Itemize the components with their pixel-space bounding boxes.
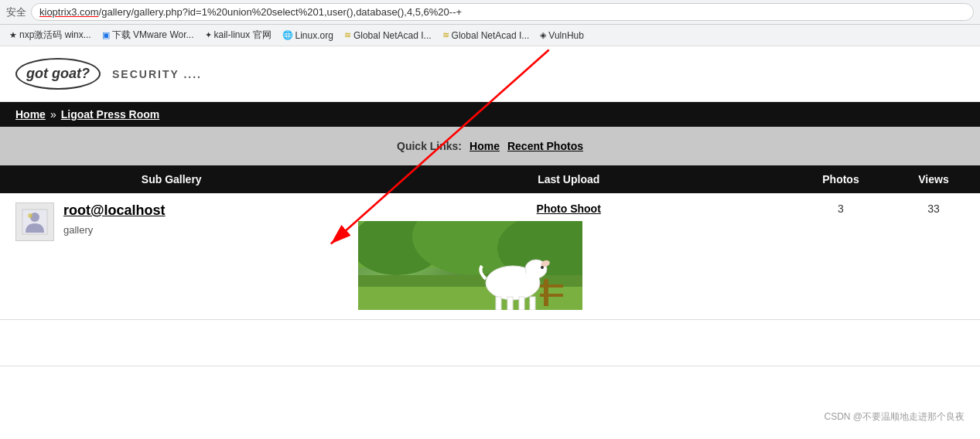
bookmark-label-linux: Linux.org <box>295 30 333 41</box>
photo-preview <box>358 221 582 310</box>
svg-point-19 <box>541 266 544 269</box>
site-header: got goat? SECURITY .... <box>0 46 980 102</box>
table-row: root@localhost gallery Photo Shoot <box>0 193 980 320</box>
nav-section-link[interactable]: Ligoat Press Room <box>61 108 160 121</box>
svg-rect-14 <box>496 297 501 310</box>
bookmark-vmware[interactable]: ▣ 下载 VMware Wor... <box>97 27 199 43</box>
last-upload-cell: Photo Shoot <box>343 193 794 320</box>
gallery-row-continuation <box>0 320 980 366</box>
photo-preview-svg <box>358 221 582 310</box>
bookmarks-bar: ★ nxp激活码 winx... ▣ 下载 VMware Wor... ✦ ka… <box>0 25 980 46</box>
nav-home-link[interactable]: Home <box>15 108 46 121</box>
quick-link-home[interactable]: Home <box>470 140 500 152</box>
bookmark-label-netacad2: Global NetAcad I... <box>452 30 530 41</box>
svg-rect-16 <box>519 297 524 310</box>
col-header-views: Views <box>887 165 980 193</box>
nav-bar: Home » Ligoat Press Room <box>0 102 980 127</box>
gallery-info: root@localhost gallery <box>63 202 166 236</box>
url-input[interactable]: kioptrix3.com/gallery/gallery.php?id=1%2… <box>31 3 974 21</box>
nav-separator: » <box>50 108 56 121</box>
site-tagline: SECURITY .... <box>112 68 202 80</box>
logo-area: got goat? SECURITY .... <box>15 58 202 90</box>
bookmark-label-kali: kail-linux 官网 <box>214 29 271 42</box>
svg-rect-17 <box>530 297 535 310</box>
quick-links-bar: Quick Links: Home Recent Photos <box>0 127 980 165</box>
bookmark-label-winx: nxp激活码 winx... <box>19 29 91 42</box>
bookmark-vulnhub[interactable]: ◈ VulnHub <box>535 29 589 43</box>
bookmark-winx[interactable]: ★ nxp激活码 winx... <box>5 27 96 43</box>
bookmark-netacad2[interactable]: ≋ Global NetAcad I... <box>438 29 534 43</box>
gallery-description: gallery <box>63 224 93 236</box>
bookmark-icon-winx: ★ <box>9 30 17 40</box>
security-label: 安全 <box>6 5 26 19</box>
bookmark-icon-netacad2: ≋ <box>442 30 449 40</box>
url-path: /gallery/gallery.php?id=1%20union%20sele… <box>99 6 463 18</box>
quick-links-label: Quick Links: <box>397 140 462 152</box>
page-wrapper: got goat? SECURITY .... Home » Ligoat Pr… <box>0 46 980 366</box>
bookmark-label-vulnhub: VulnHub <box>548 30 584 41</box>
svg-rect-22 <box>540 294 563 297</box>
photos-count-cell: 3 <box>794 193 887 320</box>
svg-rect-15 <box>507 297 513 310</box>
browser-url-bar: 安全 kioptrix3.com/gallery/gallery.php?id=… <box>0 0 980 25</box>
bookmark-icon-vmware: ▣ <box>102 30 110 40</box>
bookmark-netacad1[interactable]: ≋ Global NetAcad I... <box>340 29 436 43</box>
svg-rect-21 <box>540 284 563 288</box>
person-icon <box>21 208 49 236</box>
quick-link-recent-photos[interactable]: Recent Photos <box>507 140 583 152</box>
bookmark-label-netacad1: Global NetAcad I... <box>353 30 432 41</box>
url-domain: kioptrix3.com <box>39 6 99 18</box>
bookmark-icon-kali: ✦ <box>205 30 212 40</box>
col-header-photos: Photos <box>794 165 887 193</box>
url-text: kioptrix3.com/gallery/gallery.php?id=1%2… <box>39 6 462 18</box>
gallery-table-header: Sub Gallery Last Upload Photos Views <box>0 165 980 193</box>
col-header-last-upload: Last Upload <box>343 165 794 193</box>
svg-point-4 <box>28 213 32 218</box>
photo-shoot-link[interactable]: Photo Shoot <box>358 202 779 215</box>
bookmark-kali[interactable]: ✦ kail-linux 官网 <box>200 27 276 43</box>
svg-rect-13 <box>527 269 539 284</box>
views-count-cell: 33 <box>887 193 980 320</box>
bookmark-icon-linux: 🌐 <box>282 30 293 40</box>
gallery-sub-cell: root@localhost gallery <box>0 193 343 320</box>
continuation-cell <box>0 320 980 366</box>
svg-rect-20 <box>544 279 548 306</box>
gallery-thumb-row: root@localhost gallery <box>15 202 327 241</box>
bookmark-icon-netacad1: ≋ <box>344 30 351 40</box>
gallery-table: Sub Gallery Last Upload Photos Views <box>0 165 980 366</box>
col-header-sub-gallery: Sub Gallery <box>0 165 343 193</box>
bookmark-linux[interactable]: 🌐 Linux.org <box>278 29 338 43</box>
site-logo: got goat? <box>15 58 101 90</box>
bookmark-icon-vulnhub: ◈ <box>540 30 546 40</box>
bookmark-label-vmware: 下载 VMware Wor... <box>112 29 194 42</box>
gallery-name-link[interactable]: root@localhost <box>63 202 166 219</box>
gallery-thumbnail <box>15 202 54 241</box>
